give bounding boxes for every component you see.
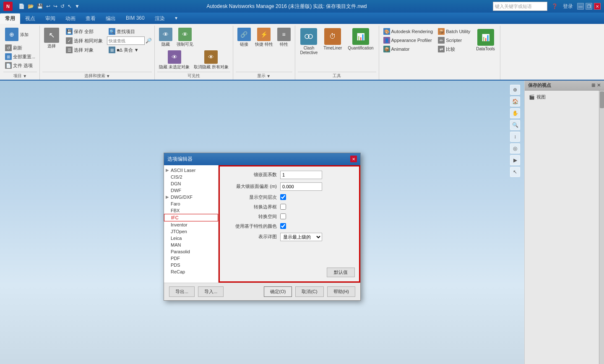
display-detail-select[interactable]: 显示最上级的 显示全部 不显示 [280, 233, 322, 241]
tab-common[interactable]: 常用 [0, 13, 20, 24]
tree-dwg-dxf[interactable]: ▶ DWG/DXF [164, 194, 218, 200]
max-tesselation-input[interactable] [280, 182, 322, 191]
redo-icon[interactable]: ↪ [52, 3, 58, 10]
cancel-button[interactable]: 取消(C) [295, 286, 323, 297]
appearance-profiler-btn[interactable]: 👤 Appearance Profiler [382, 36, 435, 44]
tree-jtopen[interactable]: JTOpen [164, 228, 218, 235]
select-main-btn[interactable]: ↖ 选择 [42, 26, 61, 50]
hide-unselected-btn[interactable]: 👁 隐藏 未选定对象 [157, 49, 191, 71]
panel-expand-icon[interactable]: ⊞ [591, 83, 595, 88]
minimize-button[interactable]: — [577, 3, 584, 10]
main-tools-items: ClashDetective ⏱ TimeLiner 📊 Quantificat… [298, 26, 376, 71]
autodesk-rendering-btn[interactable]: 🎨 Autodesk Rendering [382, 27, 435, 36]
merge-btn[interactable]: ⊞ ■∆ 美合 ▼ [107, 46, 140, 54]
link-btn[interactable]: 🔗 链接 [236, 26, 253, 48]
tab-viewpoint[interactable]: 视点 [20, 13, 40, 24]
convert-space-checkbox[interactable] [280, 213, 286, 219]
options-tree[interactable]: ▶ ASCII Laser CIS/2 DGN DWF [164, 165, 219, 283]
cursor-icon[interactable]: ↖ [67, 3, 73, 10]
ribbon: 常用 视点 审阅 动画 查看 编出 BIM 360 渲染 ▾ ⊕ 添加 ↺ 刷新… [0, 13, 604, 81]
login-label[interactable]: 登录 [562, 2, 574, 11]
tree-pdf[interactable]: PDF [164, 255, 218, 262]
refresh-icon[interactable]: ↺ [60, 3, 65, 10]
convert-bbox-label: 转换边界框 [226, 204, 277, 210]
hide-btn[interactable]: 👁 隐藏 [157, 26, 174, 48]
tab-more[interactable]: ▾ [170, 13, 182, 24]
restore-button[interactable]: ❐ [586, 3, 592, 10]
tree-fbx[interactable]: FBX [164, 207, 218, 214]
tree-pds[interactable]: PDS [164, 262, 218, 268]
clash-detective-btn[interactable]: ClashDetective [298, 26, 320, 57]
tesselation-factor-input[interactable] [280, 171, 322, 179]
quick-props-icon: ⚡ [257, 28, 271, 41]
reset-all-btn[interactable]: ⊞ 全部重置... [3, 52, 37, 61]
tree-inventor[interactable]: Inventor [164, 221, 218, 228]
datatools-btn[interactable]: 📊 DataTools [474, 27, 497, 53]
quantification-btn[interactable]: 📊 Quantification [345, 26, 376, 52]
import-button[interactable]: 导入... [198, 286, 224, 297]
undo-icon[interactable]: ↩ [45, 3, 51, 10]
save-all-btn[interactable]: 💾 保存 全部 [64, 27, 104, 36]
tab-render[interactable]: 渲染 [150, 13, 170, 24]
dropdown-icon[interactable]: ▼ [74, 3, 81, 10]
animator-btn[interactable]: 📦 Animator [382, 45, 435, 53]
tab-view[interactable]: 查看 [81, 13, 101, 24]
datatools-label: DataTools [476, 47, 495, 51]
select-obj-btn[interactable]: ☰ 选择 对象 [64, 46, 104, 54]
quick-props-btn[interactable]: ⚡ 快捷 特性 [253, 26, 275, 48]
file-options-btn[interactable]: 📄 文件 选项 [3, 61, 34, 70]
scripter-icon: ✏ [438, 37, 445, 44]
help-icon[interactable]: ❓ [551, 3, 559, 10]
add-label: 添加 [20, 32, 29, 37]
refresh-btn[interactable]: ↺ 刷新 [3, 44, 24, 52]
tree-faro[interactable]: Faro [164, 200, 218, 207]
global-search[interactable]: 键入关键字或短语 [493, 2, 547, 11]
tree-ifc[interactable]: IFC [164, 214, 218, 221]
compare-btn[interactable]: ⇄ 比较 [436, 45, 472, 53]
tree-dwf[interactable]: DWF [164, 187, 218, 194]
props-btn[interactable]: ≡ 特性 [276, 26, 292, 48]
tree-man[interactable]: MAN [164, 242, 218, 248]
tree-parasolid[interactable]: Parasolid [164, 248, 218, 255]
panel-scrollbar[interactable] [599, 91, 604, 364]
new-icon[interactable]: 📄 [18, 3, 26, 10]
tree-leica[interactable]: Leica [164, 235, 218, 242]
force-visible-btn[interactable]: 👁 强制可见 [175, 26, 195, 48]
options-editor-dialog: 选项编辑器 ✕ ▶ ASCII Laser CIS/2 [164, 153, 361, 301]
show-all-btn[interactable]: 👁 取消隐藏 所有对象 [192, 49, 230, 71]
convert-bbox-checkbox[interactable] [280, 204, 286, 210]
close-button[interactable]: ✕ [594, 3, 601, 10]
help-button[interactable]: 帮助(H) [327, 286, 355, 297]
scroll-thumb[interactable] [600, 91, 604, 108]
ribbon-group-select: ↖ 选择 💾 保存 全部 ✓ 选择 相同对象 ☰ 选择 对象 [40, 26, 155, 80]
panel-close-icon[interactable]: ✕ [597, 83, 601, 88]
tab-review[interactable]: 审阅 [40, 13, 60, 24]
convert-bbox-row: 转换边界框 [226, 204, 352, 210]
timeliner-btn[interactable]: ⏱ TimeLiner [321, 26, 344, 52]
compare-icon: ⇄ [438, 46, 445, 52]
tree-cis2[interactable]: CIS/2 [164, 174, 218, 180]
find-items-btn[interactable]: 🔍 查找项目 [107, 27, 137, 36]
use-property-colors-checkbox[interactable] [280, 223, 286, 229]
default-button[interactable]: 默认值 [327, 268, 355, 277]
viewpoint-item[interactable]: 🎬 视图 [528, 93, 601, 101]
export-button[interactable]: 导出... [169, 286, 195, 297]
tree-ascii-laser[interactable]: ▶ ASCII Laser [164, 167, 218, 174]
show-space-levels-checkbox[interactable] [280, 194, 286, 200]
tab-bim360[interactable]: BIM 360 [121, 13, 150, 24]
select-same-btn[interactable]: ✓ 选择 相同对象 [64, 36, 104, 45]
tab-animation[interactable]: 动画 [60, 13, 81, 24]
tab-output[interactable]: 编出 [101, 13, 121, 24]
scripter-btn[interactable]: ✏ Scripter [436, 36, 472, 44]
quick-search-input[interactable] [107, 36, 145, 45]
add-button[interactable]: ⊕ 添加 [3, 26, 30, 43]
tree-dgn[interactable]: DGN [164, 180, 218, 187]
ok-button[interactable]: 确定(O) [264, 286, 292, 297]
open-icon[interactable]: 📂 [27, 3, 35, 10]
batch-utility-btn[interactable]: 📦 Batch Utility [436, 27, 472, 36]
search-go-icon[interactable]: 🔎 [146, 38, 152, 44]
reset-icon: ⊞ [5, 53, 12, 60]
dialog-close-button[interactable]: ✕ [350, 156, 357, 162]
save-icon[interactable]: 💾 [36, 3, 44, 10]
tree-recap[interactable]: ReCap [164, 268, 218, 275]
